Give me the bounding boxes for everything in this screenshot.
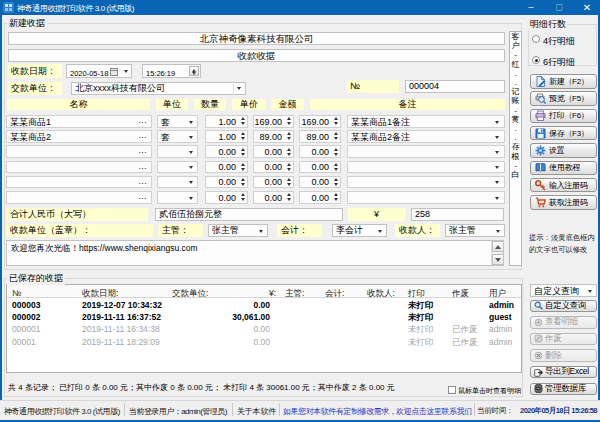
saved-receipts-list[interactable]: № 收款日期: 交款单位: ¥: 主管: 会计: 收款人: 打印 作废 用户 0…: [6, 284, 522, 373]
detail-rows-radio-label[interactable]: 4行明细: [543, 35, 575, 48]
side-button[interactable]: 新建（F2）: [530, 74, 597, 89]
spin-down-icon[interactable]: [287, 183, 291, 186]
spin-up-icon[interactable]: [334, 132, 338, 135]
supervisor-combo[interactable]: 张主管: [208, 224, 268, 237]
view-detail-checkbox[interactable]: [448, 386, 456, 394]
item-amount-spinner[interactable]: 0.00: [299, 176, 341, 189]
item-qty-spinner[interactable]: 1.00: [205, 115, 248, 128]
status-contact-link[interactable]: 如果您对本软件有定制修改需求，欢迎点击这里联系我们: [283, 406, 472, 417]
spin-down-icon[interactable]: [241, 168, 245, 171]
item-name-field[interactable]: 某某商品2 …: [6, 130, 152, 143]
item-remark-combo[interactable]: [347, 145, 505, 158]
spin-up-icon[interactable]: [287, 163, 291, 166]
item-name-field[interactable]: …: [6, 176, 152, 189]
payer-combo-button[interactable]: [233, 84, 244, 93]
spin-down-icon[interactable]: [287, 198, 291, 201]
spin-up-icon[interactable]: [241, 193, 245, 196]
col-void[interactable]: 作废: [452, 288, 469, 300]
spinner-buttons[interactable]: [287, 177, 291, 188]
browse-ellipsis-button[interactable]: …: [138, 145, 147, 156]
spin-up-icon[interactable]: [334, 163, 338, 166]
remark-combo-arrow-icon[interactable]: [495, 197, 499, 200]
item-price-spinner[interactable]: 0.00: [253, 161, 294, 174]
side-button[interactable]: 打印（F6）: [530, 109, 597, 124]
item-amount-spinner[interactable]: 0.00: [299, 145, 341, 158]
unit-combo-arrow-icon[interactable]: [189, 121, 193, 124]
saved-receipt-row[interactable]: 0000012019-11-11 16:34:38未打印已作废admin0.00: [7, 324, 521, 336]
custom-query-dropdown-arrow-icon[interactable]: [588, 290, 592, 293]
saved-receipt-row[interactable]: 000012019-11-11 18:29:09未打印已作废admin0.00: [7, 337, 521, 349]
spin-down-icon[interactable]: [334, 122, 338, 125]
time-spin-down-icon[interactable]: [192, 72, 196, 75]
spinner-buttons[interactable]: [334, 131, 338, 142]
item-unit-combo[interactable]: 套: [157, 115, 198, 128]
receipt-title-field[interactable]: 收款收据: [8, 49, 505, 62]
remark-combo-arrow-icon[interactable]: [495, 136, 499, 139]
spinner-buttons[interactable]: [287, 146, 291, 157]
minimize-button[interactable]: –: [517, 0, 545, 15]
payee-combo[interactable]: 张主管: [445, 224, 505, 237]
side-button[interactable]: 设置: [530, 143, 597, 158]
maximize-button[interactable]: ◻: [545, 0, 573, 15]
item-amount-spinner[interactable]: 169.00: [299, 115, 341, 128]
spinner-buttons[interactable]: [334, 116, 338, 127]
spinner-buttons[interactable]: [287, 116, 291, 127]
item-price-spinner[interactable]: 0.00: [253, 145, 294, 158]
detail-rows-radio[interactable]: [532, 56, 540, 64]
item-qty-spinner[interactable]: 1.00: [205, 130, 248, 143]
spin-up-icon[interactable]: [241, 163, 245, 166]
welcome-textarea[interactable]: 欢迎您再次光临！https://www.shenqixiangsu.com: [6, 240, 504, 266]
item-qty-spinner[interactable]: 0.00: [205, 161, 248, 174]
spin-up-icon[interactable]: [287, 178, 291, 181]
unit-combo-arrow-icon[interactable]: [189, 181, 193, 184]
remark-combo-arrow-icon[interactable]: [495, 121, 499, 124]
col-payee[interactable]: 收款人:: [367, 288, 395, 300]
spin-up-icon[interactable]: [334, 178, 338, 181]
item-amount-spinner[interactable]: 0.00: [299, 161, 341, 174]
side-button[interactable]: 输入注册码: [530, 178, 597, 193]
item-unit-combo[interactable]: 套: [157, 130, 198, 143]
date-dropdown-arrow-icon[interactable]: [124, 70, 128, 73]
item-remark-combo[interactable]: 某某商品1备注: [347, 115, 505, 128]
item-price-spinner[interactable]: 89.00: [253, 130, 294, 143]
spin-down-icon[interactable]: [287, 168, 291, 171]
welcome-scrollbar[interactable]: [491, 241, 503, 265]
item-remark-combo[interactable]: [347, 176, 505, 189]
unit-combo-arrow-icon[interactable]: [189, 197, 193, 200]
spin-down-icon[interactable]: [334, 198, 338, 201]
spin-up-icon[interactable]: [334, 193, 338, 196]
side-button[interactable]: 预览（F5）: [530, 91, 597, 106]
item-amount-spinner[interactable]: 0.00: [299, 191, 341, 204]
close-button[interactable]: ✕: [573, 0, 600, 15]
scroll-up-button[interactable]: [492, 241, 504, 252]
col-amount[interactable]: ¥:: [259, 288, 276, 298]
spinner-buttons[interactable]: [287, 192, 291, 203]
side-button[interactable]: 自定义查询: [530, 300, 597, 313]
side-button[interactable]: 获取注册码: [530, 195, 597, 210]
status-about-link[interactable]: 关于本软件: [237, 406, 276, 417]
browse-ellipsis-button[interactable]: …: [138, 161, 147, 172]
spinner-buttons[interactable]: [334, 177, 338, 188]
remark-combo-arrow-icon[interactable]: [495, 151, 499, 154]
item-price-spinner[interactable]: 169.00: [253, 115, 294, 128]
scroll-down-button[interactable]: [492, 254, 504, 265]
spin-up-icon[interactable]: [241, 117, 245, 120]
payer-combo[interactable]: 北京xxxx科技有限公司: [71, 82, 246, 95]
unit-combo-arrow-icon[interactable]: [189, 151, 193, 154]
spin-down-icon[interactable]: [334, 168, 338, 171]
remark-combo-arrow-icon[interactable]: [495, 166, 499, 169]
item-amount-spinner[interactable]: 89.00: [299, 130, 341, 143]
item-price-spinner[interactable]: 0.00: [253, 176, 294, 189]
item-qty-spinner[interactable]: 0.00: [205, 191, 248, 204]
spin-down-icon[interactable]: [241, 198, 245, 201]
side-button[interactable]: 保存（F3）: [530, 126, 597, 141]
spin-up-icon[interactable]: [287, 193, 291, 196]
side-button[interactable]: 作废: [530, 333, 597, 346]
spin-down-icon[interactable]: [334, 183, 338, 186]
item-remark-combo[interactable]: [347, 191, 505, 204]
view-detail-checkbox-label[interactable]: 鼠标单击时查看明细: [458, 386, 521, 396]
spin-down-icon[interactable]: [334, 153, 338, 156]
spin-up-icon[interactable]: [334, 117, 338, 120]
spin-up-icon[interactable]: [287, 132, 291, 135]
spin-down-icon[interactable]: [287, 153, 291, 156]
